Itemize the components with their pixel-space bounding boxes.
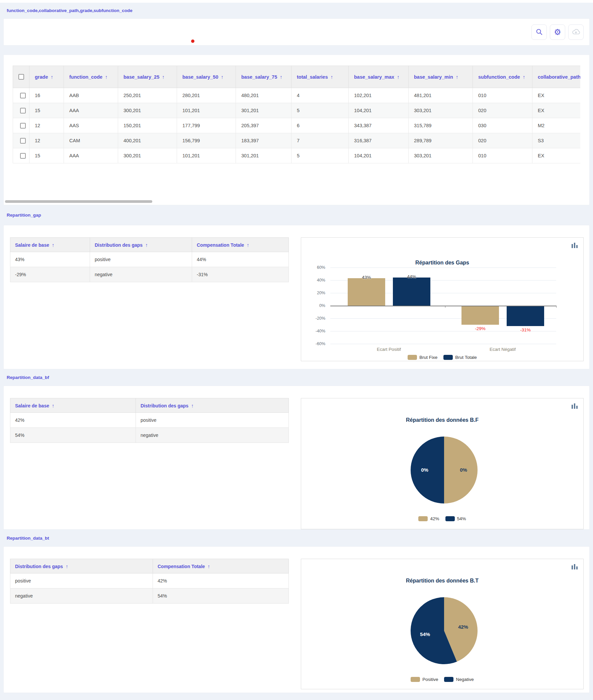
table-row[interactable]: 42%positive (10, 413, 289, 428)
column-label: function_code (69, 74, 103, 80)
legend-label: Negative (456, 677, 474, 682)
bar-value-label: -31% (507, 327, 544, 333)
column-header-total-salaries[interactable]: total_salaries↑ (291, 66, 349, 88)
legend-item-54-[interactable]: 54% (445, 516, 466, 521)
column-header-base-salary-min[interactable]: base_salary_min↑ (408, 66, 473, 88)
column-header-base-salary-25[interactable]: base_salary_25↑ (118, 66, 177, 88)
column-label: base_salary_max (354, 74, 394, 80)
table-cell: 400,201 (118, 133, 177, 148)
table-row[interactable]: 15AAA300,201101,201301,2015104,201303,20… (13, 148, 581, 163)
sort-ascending-icon[interactable]: ↑ (207, 563, 210, 569)
table-cell: positive (136, 413, 289, 428)
row-checkbox[interactable] (20, 108, 26, 114)
search-button[interactable] (531, 25, 547, 40)
row-checkbox[interactable] (20, 153, 26, 159)
bar-value-label: -29% (462, 326, 499, 332)
column-header-base-salary-75[interactable]: base_salary_75↑ (236, 66, 291, 88)
sort-ascending-icon[interactable]: ↑ (331, 74, 333, 80)
column-label: Salaire de base (15, 242, 49, 248)
legend-swatch (410, 677, 420, 682)
settings-button[interactable]: ⚙︎ (550, 25, 565, 40)
table-row[interactable]: 15AAA300,201101,201301,2015104,201303,20… (13, 103, 581, 118)
bar-brut-totale-ecart-positif[interactable] (393, 277, 430, 306)
sort-ascending-icon[interactable]: ↑ (456, 74, 459, 80)
sort-ascending-icon[interactable]: ↑ (221, 74, 224, 80)
select-all-checkbox[interactable] (18, 74, 24, 80)
table-cell: 5 (291, 148, 349, 163)
row-checkbox[interactable] (20, 123, 26, 128)
data-table-card: grade↑function_code↑base_salary_25↑base_… (3, 54, 590, 205)
row-checkbox[interactable] (20, 138, 26, 144)
data-table-viewport: grade↑function_code↑base_salary_25↑base_… (13, 66, 580, 163)
gap-summary-table: Salaire de base↑Distribution des gaps↑Co… (10, 237, 289, 282)
sort-ascending-icon[interactable]: ↑ (247, 242, 249, 248)
table-cell: 101,201 (177, 148, 236, 163)
table-cell: M2 (532, 118, 581, 133)
column-header-distribution-des-gaps[interactable]: Distribution des gaps↑ (10, 559, 153, 574)
column-header-distribution-des-gaps[interactable]: Distribution des gaps↑ (136, 398, 289, 413)
table-cell: 250,201 (118, 88, 177, 103)
table-cell: 15 (30, 103, 64, 118)
table-cell: -29% (10, 267, 90, 282)
y-axis-tick-label: -60% (301, 341, 325, 347)
column-header-salaire-de-base[interactable]: Salaire de base↑ (10, 398, 136, 413)
table-row[interactable]: 12AAS150,201177,799205,3976343,387315,78… (13, 118, 581, 133)
widget-title-band: function_code,collaborative_path,grade,s… (0, 3, 593, 18)
sort-ascending-icon[interactable]: ↑ (105, 74, 108, 80)
bar-brut-fixe-ecart-positif[interactable] (348, 278, 385, 306)
chart-type-icon[interactable] (571, 564, 578, 571)
row-checkbox[interactable] (20, 93, 26, 99)
bar-brut-totale-ecart-négatif[interactable] (507, 306, 544, 326)
sort-ascending-icon[interactable]: ↑ (52, 403, 54, 409)
header-row: Salaire de base↑Distribution des gaps↑ (10, 398, 289, 413)
column-header-subfunction-code[interactable]: subfunction_code↑ (473, 66, 532, 88)
sort-ascending-icon[interactable]: ↑ (51, 74, 53, 80)
column-header-collaborative-path[interactable]: collaborative_path↑ (532, 66, 581, 88)
table-cell: 101,201 (177, 103, 236, 118)
legend-item-positive[interactable]: Positive (410, 677, 438, 682)
column-header-compensation-totale[interactable]: Compensation Totale↑ (192, 238, 289, 252)
cloud-upload-button[interactable] (568, 25, 584, 40)
table-row[interactable]: 16AAB250,201280,201480,2014102,201481,20… (13, 88, 581, 103)
table-row[interactable]: positive42% (10, 574, 289, 588)
table-row[interactable]: -29%negative-31% (10, 267, 289, 282)
sort-ascending-icon[interactable]: ↑ (280, 74, 282, 80)
sort-ascending-icon[interactable]: ↑ (397, 74, 400, 80)
column-label: Distribution des gaps (141, 403, 188, 409)
sort-ascending-icon[interactable]: ↑ (145, 242, 148, 248)
table-row[interactable]: 12CAM400,201156,799183,3977316,387289,78… (13, 133, 581, 148)
header-row: Distribution des gaps↑Compensation Total… (10, 559, 289, 574)
legend-item-42-[interactable]: 42% (418, 516, 439, 521)
pie-chart-title-bf: Répartition des données B.F (301, 417, 583, 423)
table-row[interactable]: negative54% (10, 588, 289, 604)
x-axis-category-label: Ecart Positif (355, 347, 422, 352)
horizontal-scrollbar-thumb[interactable] (5, 200, 152, 203)
table-cell: 481,201 (408, 88, 473, 103)
row-select-cell (13, 103, 30, 118)
table-cell: 205,397 (236, 118, 291, 133)
sort-ascending-icon[interactable]: ↑ (191, 403, 194, 409)
column-header-base-salary-max[interactable]: base_salary_max↑ (349, 66, 408, 88)
table-cell: 104,201 (349, 103, 408, 118)
column-header-distribution-des-gaps[interactable]: Distribution des gaps↑ (90, 238, 192, 252)
chart-type-icon[interactable] (571, 242, 578, 250)
bar-brut-fixe-ecart-négatif[interactable] (462, 306, 499, 325)
sort-ascending-icon[interactable]: ↑ (52, 242, 54, 248)
column-header-base-salary-50[interactable]: base_salary_50↑ (177, 66, 236, 88)
sort-ascending-icon[interactable]: ↑ (162, 74, 165, 80)
column-header-grade[interactable]: grade↑ (30, 66, 64, 88)
legend-item-negative[interactable]: Negative (444, 677, 474, 682)
legend-item-brut-fixe[interactable]: Brut Fixe (408, 355, 437, 360)
chart-type-icon[interactable] (571, 403, 578, 411)
column-label: Distribution des gaps (95, 242, 143, 248)
legend-item-brut-totale[interactable]: Brut Totale (443, 355, 477, 360)
sort-ascending-icon[interactable]: ↑ (523, 74, 525, 80)
table-cell: AAB (64, 88, 118, 103)
table-row[interactable]: 43%positive44% (10, 252, 289, 267)
column-header-function-code[interactable]: function_code↑ (64, 66, 118, 88)
column-header-compensation-totale[interactable]: Compensation Totale↑ (153, 559, 289, 574)
column-header-salaire-de-base[interactable]: Salaire de base↑ (10, 238, 90, 252)
sort-ascending-icon[interactable]: ↑ (66, 563, 68, 569)
row-select-cell (13, 88, 30, 103)
table-row[interactable]: 54%negative (10, 428, 289, 443)
